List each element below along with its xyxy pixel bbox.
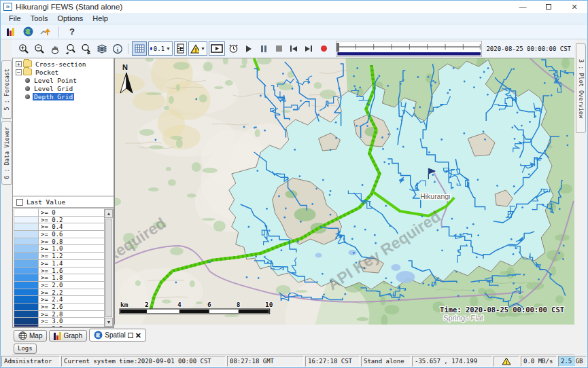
expand-toggle-icon[interactable]: + bbox=[16, 61, 22, 67]
maximize-button[interactable] bbox=[536, 1, 561, 13]
maximize-icon bbox=[546, 4, 551, 10]
legend-color-swatch bbox=[14, 253, 39, 259]
layers-button[interactable] bbox=[94, 41, 109, 56]
svg-text:2: 2 bbox=[145, 301, 149, 308]
tree-row[interactable]: − Pocket bbox=[14, 68, 114, 76]
warning-dropdown[interactable]: ! ▼ bbox=[188, 41, 207, 56]
legend-header: Last Value bbox=[13, 197, 114, 208]
legend-row-label: >= 2.0 bbox=[39, 282, 104, 289]
pause-button[interactable] bbox=[257, 42, 271, 56]
tree-row[interactable]: Level Grid bbox=[14, 84, 114, 92]
tab-logs[interactable]: Logs bbox=[14, 344, 37, 354]
chevron-down-icon: ▼ bbox=[201, 46, 205, 51]
tab-forecast[interactable]: 5 : Forecast bbox=[1, 60, 12, 119]
pan-button[interactable] bbox=[48, 41, 62, 56]
legend-color-swatch bbox=[14, 289, 39, 296]
legend-row-label: >= 2.2 bbox=[39, 289, 104, 296]
scroll-up-icon[interactable]: ▲ bbox=[105, 209, 113, 218]
legend-row-label: >= 3.2 bbox=[39, 325, 104, 327]
close-icon[interactable]: ✕ bbox=[135, 332, 141, 339]
spatial-display-button[interactable] bbox=[21, 26, 35, 38]
legend-color-swatch bbox=[14, 311, 39, 318]
status-bar: Administrator Current system time:2020-0… bbox=[1, 355, 587, 367]
legend-row-label: >= 0.8 bbox=[39, 238, 104, 245]
legend-color-swatch bbox=[14, 303, 39, 310]
play-icon bbox=[246, 45, 252, 52]
legend-row-label: >= 0 bbox=[39, 209, 104, 216]
stop-icon bbox=[276, 45, 282, 52]
right-tab-strip: 3 : Plot Overview bbox=[574, 39, 587, 355]
app-window: ≈ Hikurangi FEWS (Stand alone) — ✕ FileT… bbox=[0, 0, 588, 368]
timeseries-button[interactable] bbox=[39, 26, 52, 38]
menu-item[interactable]: Help bbox=[88, 14, 113, 22]
scale-button[interactable]: E bbox=[174, 41, 187, 56]
time-slider-thumb[interactable] bbox=[336, 43, 339, 52]
zoom-in-button[interactable] bbox=[16, 41, 31, 56]
chevron-down-icon: ▼ bbox=[166, 46, 171, 51]
threshold-dropdown[interactable]: 0.1 ▼ bbox=[148, 41, 173, 56]
map-canvas[interactable]: API Key Required API Key Required Hikura… bbox=[115, 58, 574, 325]
collapse-toggle-icon[interactable]: − bbox=[16, 69, 22, 75]
skip-to-start-button[interactable] bbox=[287, 42, 300, 56]
log-browser-button[interactable] bbox=[3, 26, 17, 38]
last-value-checkbox[interactable] bbox=[16, 199, 23, 206]
legend-color-swatch bbox=[14, 296, 39, 303]
legend-row-label: >= 1.2 bbox=[39, 253, 104, 259]
legend-header-label: Last Value bbox=[27, 198, 65, 206]
grid-display-button[interactable] bbox=[132, 41, 147, 56]
map-view[interactable]: API Key Required API Key Required Hikura… bbox=[114, 58, 574, 325]
time-slider[interactable] bbox=[336, 41, 482, 57]
svg-text:N: N bbox=[122, 63, 128, 71]
movie-player-button[interactable] bbox=[209, 41, 225, 56]
tab-map[interactable]: Map bbox=[14, 330, 47, 342]
legend-row: >= 0.2 bbox=[14, 217, 104, 224]
tree-node-label-selected[interactable]: Depth Grid bbox=[33, 93, 74, 100]
threshold-value: 0.1 bbox=[154, 45, 165, 52]
tree-node-label[interactable]: Cross-section bbox=[34, 60, 87, 68]
tab-plot-overview[interactable]: 3 : Plot Overview bbox=[576, 43, 586, 133]
legend-row-label: >= 2.4 bbox=[39, 296, 104, 303]
map-toolbar: i 0.1 ▼ E ! ▼ bbox=[12, 39, 574, 58]
zoom-out-button[interactable] bbox=[32, 41, 46, 56]
help-icon: ? bbox=[69, 26, 75, 37]
current-time-label: 2020-08-25 00:00:00 CST bbox=[486, 45, 572, 52]
scrollbar-thumb[interactable] bbox=[105, 219, 112, 317]
menu-item[interactable]: Options bbox=[52, 14, 88, 22]
tab-spatial[interactable]: Spatial ✕ bbox=[89, 329, 146, 342]
record-button[interactable] bbox=[317, 42, 330, 56]
status-download-speed: 0.0 MB/s bbox=[521, 356, 557, 367]
legend-row: >= 0.6 bbox=[14, 231, 104, 238]
help-button[interactable]: ? bbox=[65, 26, 79, 38]
graph-bars-icon bbox=[54, 332, 61, 340]
scroll-down-icon[interactable]: ▼ bbox=[105, 318, 113, 327]
tree-node-label[interactable]: Level Point bbox=[33, 77, 78, 84]
legend-row: >= 2.0 bbox=[14, 282, 104, 289]
tab-graph[interactable]: Graph bbox=[49, 330, 87, 342]
menu-item[interactable]: File bbox=[4, 14, 26, 22]
undock-icon[interactable] bbox=[128, 333, 133, 338]
zoom-previous-button[interactable] bbox=[63, 41, 77, 56]
title-bar: ≈ Hikurangi FEWS (Stand alone) — ✕ bbox=[1, 1, 587, 13]
tree-row[interactable]: Level Point bbox=[14, 76, 114, 84]
info-button[interactable]: i bbox=[110, 41, 124, 56]
time-slider-track bbox=[336, 41, 481, 56]
minimize-button[interactable]: — bbox=[510, 1, 536, 13]
menu-item[interactable]: Tools bbox=[26, 14, 53, 22]
skip-to-end-button[interactable] bbox=[302, 42, 315, 56]
legend-color-swatch bbox=[14, 268, 39, 274]
tree-node-label[interactable]: Level Grid bbox=[33, 85, 74, 92]
legend-scrollbar[interactable]: ▲ ▼ bbox=[104, 208, 114, 327]
stop-button[interactable] bbox=[272, 42, 286, 56]
tab-data-viewer[interactable]: 6 : Data Viewer bbox=[1, 121, 12, 185]
scale-ruler-icon: E bbox=[177, 43, 184, 54]
tree-node-label[interactable]: Pocket bbox=[34, 69, 60, 76]
tree-row[interactable]: Depth Grid bbox=[14, 92, 114, 100]
status-warning-cell[interactable]: ! bbox=[494, 356, 519, 367]
play-button[interactable] bbox=[242, 42, 256, 56]
close-button[interactable]: ✕ bbox=[561, 1, 587, 13]
legend-color-swatch bbox=[14, 231, 39, 238]
animation-settings-button[interactable] bbox=[226, 41, 241, 56]
map-globe-icon bbox=[18, 331, 27, 340]
legend-color-swatch bbox=[14, 217, 39, 223]
zoom-next-button[interactable] bbox=[79, 41, 93, 56]
